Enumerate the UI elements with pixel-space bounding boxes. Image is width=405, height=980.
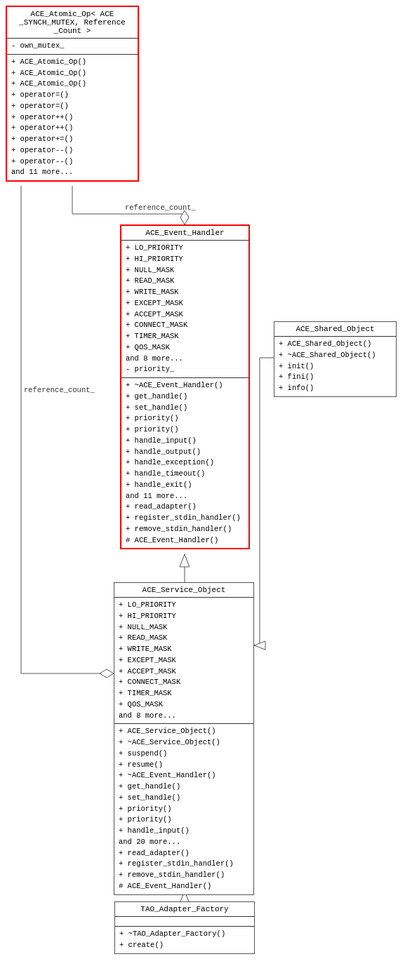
event-handler-attributes: + LO_PRIORITY + HI_PRIORITY + NULL_MASK … — [121, 241, 248, 378]
diagram-container: ACE_Atomic_Op< ACE_SYNCH_MUTEX, Referenc… — [0, 0, 405, 980]
service-object-title: ACE_Service_Object — [114, 583, 253, 598]
tao-adapter-methods: + ~TAO_Adapter_Factory() + create() — [115, 927, 254, 953]
svg-marker-6 — [100, 669, 114, 678]
atomic-op-box: ACE_Atomic_Op< ACE_SYNCH_MUTEX, Referenc… — [6, 6, 139, 182]
service-object-methods: + ACE_Service_Object() + ~ACE_Service_Ob… — [114, 724, 253, 894]
tao-adapter-box: TAO_Adapter_Factory + ~TAO_Adapter_Facto… — [114, 901, 255, 954]
svg-marker-12 — [254, 641, 265, 650]
ref-count-left-label: reference_count_ — [24, 386, 95, 394]
event-handler-title: ACE_Event_Handler — [121, 226, 248, 241]
tao-adapter-empty — [115, 917, 254, 927]
svg-marker-8 — [180, 554, 190, 567]
event-handler-methods: + ~ACE_Event_Handler() + get_handle() + … — [121, 378, 248, 548]
atomic-op-title: ACE_Atomic_Op< ACE_SYNCH_MUTEX, Referenc… — [7, 7, 138, 39]
tao-adapter-title: TAO_Adapter_Factory — [115, 902, 254, 917]
service-object-box: ACE_Service_Object + LO_PRIORITY + HI_PR… — [114, 582, 254, 895]
shared-object-methods: + ACE_Shared_Object() + ~ACE_Shared_Obje… — [274, 337, 396, 396]
ref-count-top-label: reference_count_ — [125, 203, 196, 212]
shared-object-box: ACE_Shared_Object + ACE_Shared_Object() … — [274, 321, 397, 397]
atomic-op-attributes: - own_mutex_ — [7, 39, 138, 55]
event-handler-box: ACE_Event_Handler + LO_PRIORITY + HI_PRI… — [120, 224, 250, 549]
service-object-attributes: + LO_PRIORITY + HI_PRIORITY + NULL_MASK … — [114, 598, 253, 724]
svg-marker-3 — [180, 210, 189, 224]
atomic-op-methods: + ACE_Atomic_Op() + ACE_Atomic_Op() + AC… — [7, 55, 138, 180]
shared-object-title: ACE_Shared_Object — [274, 322, 396, 337]
